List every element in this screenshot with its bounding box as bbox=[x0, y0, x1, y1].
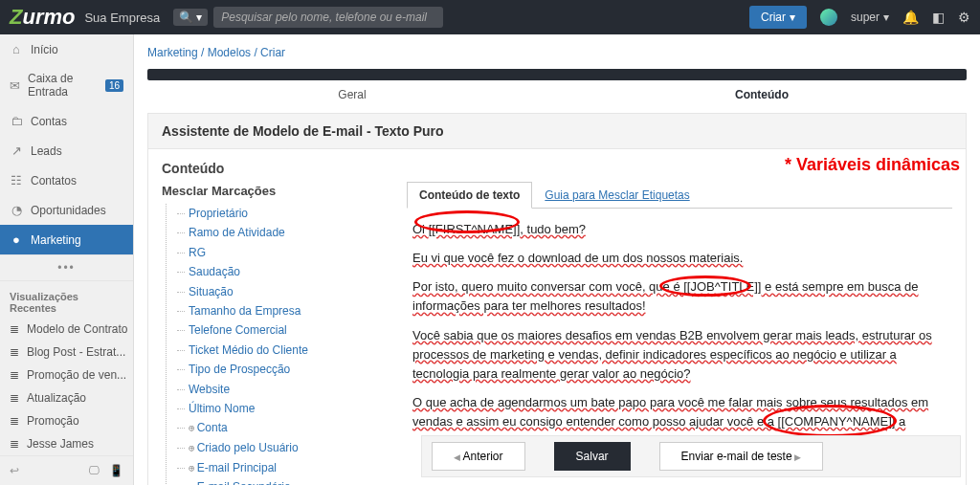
tree-item[interactable]: Tamanho da Empresa bbox=[177, 301, 401, 320]
expand-icon[interactable]: ⊕ bbox=[189, 422, 195, 434]
user-dropdown[interactable]: super▾ bbox=[851, 11, 889, 24]
text: Oi bbox=[412, 222, 429, 236]
topbar: Zurmo Sua Empresa 🔍▾ Criar▾ super▾ 🔔 ◧ ⚙ bbox=[0, 0, 980, 34]
wizard-footer: Anterior Salvar Enviar e-mail de teste bbox=[421, 435, 961, 477]
recent-label: Promoção bbox=[27, 414, 79, 428]
company-name: Sua Empresa bbox=[84, 11, 160, 25]
breadcrumb: Marketing / Modelos / Criar bbox=[147, 46, 967, 59]
sidebar-item-contatos[interactable]: ☷Contatos bbox=[0, 165, 133, 195]
tree-item[interactable]: Website bbox=[177, 380, 401, 399]
user-label: super bbox=[851, 11, 880, 24]
logout-icon[interactable]: ↩ bbox=[10, 464, 19, 477]
sidebar-item-leads[interactable]: ↗Leads bbox=[0, 136, 133, 165]
expand-icon[interactable]: ⊕ bbox=[189, 462, 195, 474]
sidebar-item-contas[interactable]: 🗀Contas bbox=[0, 106, 133, 136]
monitor-icon[interactable]: 🖵 bbox=[88, 464, 100, 477]
recent-label: Jesse James bbox=[27, 437, 94, 451]
step-content[interactable]: Conteúdo bbox=[557, 88, 967, 101]
tab-merge-guide[interactable]: Guia para Mesclar Etiquetas bbox=[532, 182, 702, 208]
marketing-icon: ● bbox=[10, 232, 23, 247]
stack-icon: ≣ bbox=[10, 414, 19, 428]
create-button[interactable]: Criar▾ bbox=[749, 6, 807, 29]
tree-label: Tamanho da Empresa bbox=[189, 304, 301, 318]
sidebar-bottom: ↩ 🖵 📱 bbox=[0, 455, 133, 485]
tab-text-content[interactable]: Conteúdo de texto bbox=[407, 182, 532, 209]
progress-labels: Geral Conteúdo bbox=[147, 88, 967, 101]
mobile-icon[interactable]: 📱 bbox=[109, 464, 123, 477]
editor-tabs: Conteúdo de texto Guia para Mesclar Etiq… bbox=[407, 182, 952, 209]
stack-icon: ≣ bbox=[10, 345, 19, 359]
tree-item[interactable]: Ticket Médio do Cliente bbox=[177, 341, 401, 360]
logo: Zurmo bbox=[10, 5, 75, 30]
step-general[interactable]: Geral bbox=[147, 88, 557, 101]
tree-label: Criado pelo Usuário bbox=[197, 441, 299, 454]
tree-item[interactable]: Situação bbox=[177, 282, 401, 301]
gear-icon[interactable]: ⚙ bbox=[958, 10, 970, 25]
tree-label: E-mail Principal bbox=[197, 461, 277, 474]
tree-item[interactable]: Ramo de Atividade bbox=[177, 223, 401, 242]
search-scope-dropdown[interactable]: 🔍▾ bbox=[173, 9, 208, 26]
recent-item[interactable]: ≣Blog Post - Estrat... bbox=[0, 341, 133, 364]
avatar[interactable] bbox=[820, 9, 837, 26]
breadcrumb-link[interactable]: Modelos bbox=[208, 46, 251, 59]
merge-tree: ProprietárioRamo de AtividadeRGSaudaçãoS… bbox=[162, 204, 401, 485]
tree-label: Situação bbox=[189, 285, 234, 298]
tree-label: Proprietário bbox=[189, 207, 248, 220]
tree-item[interactable]: ⊕Conta bbox=[177, 418, 401, 438]
tree-label: Conta bbox=[197, 421, 228, 434]
tree-label: Ramo de Atividade bbox=[189, 226, 285, 239]
sidebar-label: Contatos bbox=[31, 174, 77, 187]
tree-item[interactable]: Proprietário bbox=[177, 204, 401, 223]
tree-label: Ticket Médio do Cliente bbox=[189, 343, 308, 357]
breadcrumb-current: Criar bbox=[260, 46, 285, 59]
text: Eu vi que você fez o download de um dos … bbox=[412, 251, 743, 265]
sidebar-more[interactable]: ••• bbox=[0, 254, 133, 281]
tree-item[interactable]: Saudação bbox=[177, 262, 401, 281]
sidebar-label: Leads bbox=[31, 144, 62, 158]
recent-item[interactable]: ≣Promoção bbox=[0, 409, 133, 432]
sidebar-label: Caixa de Entrada bbox=[28, 72, 98, 99]
tree-label: E-mail Secundário bbox=[197, 480, 291, 485]
search-wrap: 🔍▾ bbox=[173, 7, 443, 28]
wizard-title: Assistente de Modelo de E-mail - Texto P… bbox=[147, 113, 967, 149]
recent-item[interactable]: ≣Promoção de ven... bbox=[0, 364, 133, 386]
sidebar-label: Marketing bbox=[31, 233, 81, 247]
tree-label: RG bbox=[189, 246, 206, 259]
breadcrumb-link[interactable]: Marketing bbox=[147, 46, 198, 59]
inbox-badge: 16 bbox=[105, 79, 123, 92]
save-button[interactable]: Salvar bbox=[554, 442, 631, 471]
prev-button[interactable]: Anterior bbox=[432, 442, 525, 471]
tree-item[interactable]: RG bbox=[177, 243, 401, 262]
expand-icon[interactable]: ⊕ bbox=[189, 442, 195, 454]
recent-item[interactable]: ≣Atualização bbox=[0, 386, 133, 409]
tree-item[interactable]: Último Nome bbox=[177, 399, 401, 418]
tree-item[interactable]: ⊕E-mail Secundário bbox=[177, 477, 401, 485]
expand-icon[interactable]: ⊕ bbox=[189, 481, 195, 485]
recent-item[interactable]: ≣Modelo de Contrato bbox=[0, 318, 133, 341]
sidebar-item-oportunidades[interactable]: ◔Oportunidades bbox=[0, 195, 133, 225]
tree-item[interactable]: ⊕Criado pelo Usuário bbox=[177, 438, 401, 458]
recent-item[interactable]: ≣Jesse James bbox=[0, 432, 133, 455]
send-test-button[interactable]: Enviar e-mail de teste bbox=[659, 442, 824, 471]
mail-icon: ✉ bbox=[10, 78, 20, 93]
tree-label: Website bbox=[189, 383, 230, 396]
notification-icon[interactable]: 🔔 bbox=[902, 10, 919, 25]
tree-item[interactable]: Tipo de Prospecção bbox=[177, 360, 401, 379]
search-input[interactable] bbox=[213, 7, 443, 28]
tree-item[interactable]: Telefone Comercial bbox=[177, 320, 401, 340]
recent-label: Atualização bbox=[27, 391, 86, 405]
stack-icon: ≣ bbox=[10, 437, 19, 451]
merge-var-jobtitle: [[JOB^TITLE]] bbox=[683, 279, 761, 294]
progress-bar bbox=[147, 69, 967, 80]
create-label: Criar bbox=[761, 11, 786, 24]
cube-icon[interactable]: ◧ bbox=[932, 10, 945, 25]
folder-icon: 🗀 bbox=[10, 114, 23, 128]
stack-icon: ≣ bbox=[10, 368, 19, 382]
sidebar-item-marketing[interactable]: ●Marketing bbox=[0, 225, 133, 254]
sidebar-item-inicio[interactable]: ⌂Início bbox=[0, 34, 133, 64]
sidebar-item-inbox[interactable]: ✉Caixa de Entrada16 bbox=[0, 64, 133, 106]
sidebar-label: Contas bbox=[31, 115, 67, 128]
main: Marketing / Modelos / Criar Geral Conteú… bbox=[134, 34, 980, 485]
merge-var-companyname: [[COMPANY^NAME]] bbox=[778, 414, 896, 429]
tree-item[interactable]: ⊕E-mail Principal bbox=[177, 458, 401, 478]
